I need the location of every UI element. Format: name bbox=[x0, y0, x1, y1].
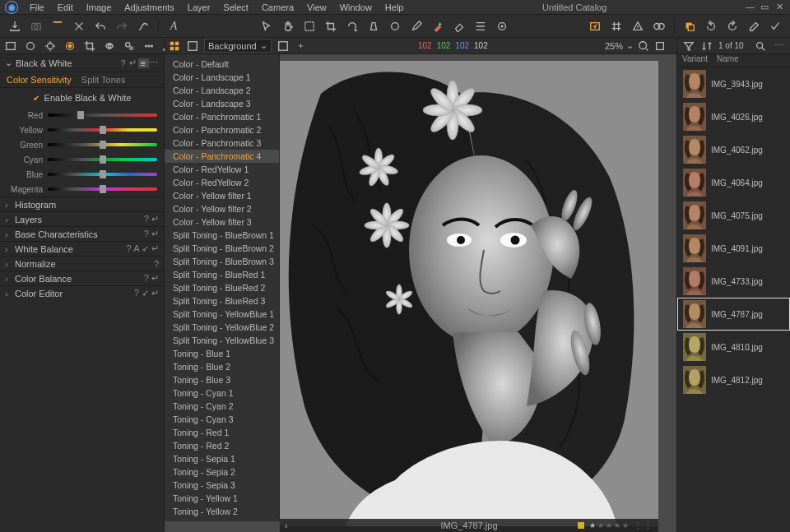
preset-item[interactable]: Color - Landscape 1 bbox=[165, 71, 279, 84]
detail-tab-icon[interactable] bbox=[104, 40, 115, 52]
brush-icon[interactable] bbox=[410, 20, 423, 33]
preset-item[interactable]: Toning - Yellow 1 bbox=[165, 492, 279, 505]
preset-item[interactable]: Color - RedYellow 2 bbox=[165, 176, 279, 189]
layer-select[interactable]: Background ⌄ bbox=[204, 39, 272, 53]
export-icon[interactable] bbox=[51, 20, 64, 33]
crop-icon[interactable] bbox=[324, 20, 337, 33]
menu-layer[interactable]: Layer bbox=[181, 1, 217, 14]
preset-item[interactable]: Toning - Cyan 1 bbox=[165, 386, 279, 400]
enable-bw-label[interactable]: Enable Black & White bbox=[44, 93, 132, 103]
image-viewport[interactable]: Color - DefaultColor - Landscape 1Color … bbox=[165, 54, 676, 532]
col-name[interactable]: Name bbox=[713, 54, 790, 67]
spot-icon[interactable] bbox=[388, 20, 402, 33]
menu-help[interactable]: Help bbox=[379, 1, 411, 14]
more-icon[interactable]: ⋮⋮ bbox=[634, 520, 653, 531]
browser-row[interactable]: IMG_4026.jpg bbox=[677, 100, 790, 133]
view-single-icon[interactable] bbox=[186, 39, 199, 53]
browser-row[interactable]: IMG_4064.jpg bbox=[677, 166, 790, 199]
slider-yellow[interactable]: Yellow bbox=[0, 123, 164, 137]
reset-tool-icon[interactable]: ↵ bbox=[128, 58, 138, 68]
grid-icon[interactable] bbox=[610, 20, 623, 33]
preset-item[interactable]: Color - RedYellow 1 bbox=[165, 163, 279, 176]
menu-camera[interactable]: Camera bbox=[255, 1, 300, 14]
section-histogram[interactable]: › Histogram bbox=[0, 197, 164, 211]
keystone-icon[interactable] bbox=[367, 20, 380, 33]
local-tab-icon[interactable] bbox=[123, 40, 135, 52]
preset-item[interactable]: Split Toning - YellowBlue 3 bbox=[165, 334, 279, 347]
capture-icon[interactable] bbox=[30, 20, 43, 33]
preset-item[interactable]: Toning - Sepia 3 bbox=[165, 479, 279, 492]
section-base-characteristics[interactable]: › Base Characteristics ? ↵ bbox=[0, 226, 164, 241]
browser-row[interactable]: IMG_4733.jpg bbox=[677, 265, 790, 298]
chevron-right-icon[interactable]: › bbox=[285, 520, 288, 530]
pointer-icon[interactable] bbox=[260, 20, 273, 33]
menu-window[interactable]: Window bbox=[333, 1, 379, 14]
preset-item[interactable]: Toning - Blue 3 bbox=[165, 373, 279, 386]
preset-item[interactable]: Color - Default bbox=[165, 58, 279, 71]
import-icon[interactable] bbox=[8, 20, 21, 33]
paste-icon[interactable] bbox=[747, 20, 760, 33]
star-icon[interactable]: ★ bbox=[622, 521, 629, 530]
preset-item[interactable]: Toning - Yellow 2 bbox=[165, 505, 279, 518]
preset-dropdown[interactable]: Color - DefaultColor - Landscape 1Color … bbox=[165, 54, 280, 521]
preset-item[interactable]: Toning - Sepia 2 bbox=[165, 465, 279, 479]
section-color-editor[interactable]: › Color Editor ? ➶ ↵ bbox=[0, 285, 164, 300]
discard-icon[interactable] bbox=[72, 20, 86, 33]
zoom-fit-icon[interactable] bbox=[637, 39, 650, 53]
subtab-color-sensitivity[interactable]: Color Sensitivity bbox=[7, 75, 72, 85]
lens-tab-icon[interactable] bbox=[25, 40, 36, 52]
preset-item[interactable]: Color - Panchromatic 1 bbox=[165, 110, 279, 123]
star-icon[interactable]: ★ bbox=[597, 521, 604, 530]
preset-item[interactable]: Toning - Sepia 1 bbox=[165, 452, 279, 465]
preset-item[interactable]: Color - Panchromatic 4 bbox=[165, 150, 279, 163]
browser-row[interactable]: IMG_4075.jpg bbox=[677, 199, 790, 232]
sort-icon[interactable] bbox=[700, 39, 713, 53]
menu-edit[interactable]: Edit bbox=[51, 1, 80, 14]
preset-item[interactable]: Split Toning - BlueBrown 3 bbox=[165, 255, 279, 268]
preset-item[interactable]: Color - Yellow filter 1 bbox=[165, 189, 279, 202]
preset-item[interactable]: Split Toning - YellowBlue 1 bbox=[165, 308, 279, 321]
slider-cyan[interactable]: Cyan bbox=[0, 152, 164, 167]
tool-header-bw[interactable]: ⌄ Black & White ? ↵ ≡ ⋯ bbox=[0, 54, 164, 72]
search-icon[interactable] bbox=[754, 39, 767, 53]
radial-mask-icon[interactable] bbox=[495, 20, 509, 33]
browser-row[interactable]: IMG_4091.jpg bbox=[677, 232, 790, 265]
crop-tab-icon[interactable] bbox=[84, 40, 95, 52]
menu-adjustments[interactable]: Adjustments bbox=[118, 1, 181, 14]
section-layers[interactable]: › Layers ? ↵ bbox=[0, 211, 164, 226]
star-icon[interactable]: ★ bbox=[589, 521, 596, 530]
check-icon[interactable]: ✔ bbox=[33, 94, 40, 103]
preset-item[interactable]: Toning - Blue 2 bbox=[165, 360, 279, 373]
select-icon[interactable] bbox=[303, 20, 316, 33]
section-white-balance[interactable]: › White Balance ? A ➶ ↵ bbox=[0, 241, 164, 256]
preset-item[interactable]: Split Toning - BlueBrown 2 bbox=[165, 242, 279, 255]
preset-item[interactable]: Split Toning - BlueRed 1 bbox=[165, 268, 279, 281]
browser-row[interactable]: IMG_4062.jpg bbox=[677, 133, 790, 166]
zoom-100-icon[interactable] bbox=[653, 39, 667, 53]
slider-magenta[interactable]: Magenta bbox=[0, 182, 164, 197]
section-normalize[interactable]: › Normalize ? bbox=[0, 256, 164, 271]
magic-brush-icon[interactable] bbox=[431, 20, 444, 33]
add-layer-icon[interactable]: ＋ bbox=[295, 39, 308, 53]
exposure-tab-icon[interactable] bbox=[44, 40, 56, 52]
reset-icon[interactable] bbox=[704, 20, 718, 33]
preset-item[interactable]: Color - Landscape 3 bbox=[165, 97, 279, 110]
mask-icon[interactable] bbox=[276, 39, 290, 53]
star-icon[interactable]: ★ bbox=[606, 521, 612, 530]
preset-item[interactable]: Toning - Cyan 3 bbox=[165, 413, 279, 426]
gradient-mask-icon[interactable] bbox=[474, 20, 487, 33]
hand-icon[interactable] bbox=[281, 20, 295, 33]
menu-view[interactable]: View bbox=[300, 1, 333, 14]
preset-item[interactable]: Toning - Red 2 bbox=[165, 439, 279, 452]
slider-red[interactable]: Red bbox=[0, 108, 164, 123]
minimize-icon[interactable]: — bbox=[746, 2, 754, 12]
preset-item[interactable]: Color - Yellow filter 2 bbox=[165, 202, 279, 215]
help-icon[interactable]: ? bbox=[118, 58, 127, 68]
slider-blue[interactable]: Blue bbox=[0, 167, 164, 182]
undo-icon[interactable] bbox=[94, 20, 107, 33]
tool-more-icon[interactable]: ⋯ bbox=[149, 58, 159, 68]
annotate-text-icon[interactable]: A bbox=[167, 20, 180, 33]
rotate-icon[interactable] bbox=[346, 20, 359, 33]
section-color-balance[interactable]: › Color Balance ? ↵ bbox=[0, 271, 164, 285]
color-tab-icon[interactable] bbox=[64, 40, 76, 52]
